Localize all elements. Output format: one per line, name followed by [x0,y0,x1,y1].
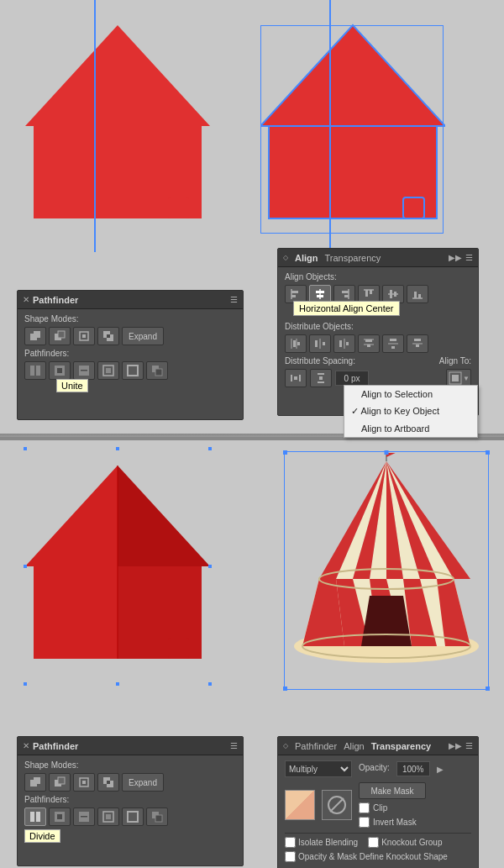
divide-btn-bottom[interactable] [24,808,46,826]
dist-vcenter-btn[interactable] [382,334,404,353]
panel-menu-align-icon[interactable]: ☰ [465,253,473,262]
crop-btn-bottom[interactable] [97,808,119,826]
dist-right-icon [339,338,350,350]
minus-back-btn-top[interactable] [146,361,168,380]
svg-rect-53 [346,342,349,345]
close-bottom-icon[interactable]: ✕ [23,741,29,750]
outline-btn-bottom[interactable] [122,808,144,826]
bottom-section: ✕ Pathfinder ☰ Shape Modes: Expa [0,437,504,868]
header-controls: ▶▶ ☰ [449,253,473,262]
shape-modes-label: Shape Modes: [24,314,236,324]
expand-panel-icon[interactable]: ▶▶ [449,253,462,262]
mask-row: Make Mask Clip Invert Mask [285,782,471,828]
outline-btn-top[interactable] [122,361,144,380]
spacing-px-input[interactable]: 0 px [335,371,369,386]
diamond-icon: ◇ [283,254,288,261]
minus-front-bottom-icon [54,776,66,788]
intersect-bottom-icon [78,776,90,788]
unite-btn-bottom[interactable] [24,773,46,792]
transparency-tab[interactable]: Transparency [325,253,381,263]
unite-button[interactable] [24,327,46,345]
svg-rect-114 [81,816,87,818]
align-to-key-object-item[interactable]: Align to Key Object [344,402,477,420]
space-horiz-btn[interactable] [285,369,307,387]
crop-btn-top[interactable] [97,361,119,380]
svg-rect-22 [106,368,111,373]
svg-marker-4 [260,25,445,126]
panel-menu-icon[interactable]: ☰ [230,295,238,304]
minus-front-button[interactable] [49,327,71,345]
knockout-group-checkbox[interactable] [368,837,379,848]
shape-modes-bottom-row: Expand [24,773,236,792]
clip-checkbox[interactable] [359,802,370,813]
svg-rect-42 [414,292,417,298]
corner-bm [116,682,119,686]
house-shape-left [25,17,210,235]
exclude-button[interactable] [97,327,119,345]
corner-tr [208,447,212,450]
minus-front-bottom-btn[interactable] [49,773,71,792]
pathfinder-bottom-header: ✕ Pathfinder ☰ [18,737,243,755]
exclude-bottom-btn[interactable] [97,773,119,792]
svg-line-121 [330,798,344,812]
crop-bottom-icon [102,811,114,823]
expand-transparency-icon[interactable]: ▶▶ [449,741,462,750]
svg-rect-2 [168,197,189,218]
make-mask-button[interactable]: Make Mask [359,782,426,799]
unite-bottom-icon [29,776,41,788]
align-to-selection-item[interactable]: Align to Selection [344,386,477,402]
align-tab[interactable]: Align [344,741,364,751]
merge-btn-bottom[interactable] [73,808,95,826]
dist-top-btn[interactable] [358,334,380,353]
isolate-knockout-row: Isolate Blending Knockout Group [285,837,471,848]
expand-button[interactable]: Expand [122,327,164,345]
svg-rect-103 [58,777,65,784]
align-to-artboard-item[interactable]: Align to Artboard [344,420,477,437]
intersect-button[interactable] [73,327,95,345]
divide-icon-top [29,365,41,376]
minus-back-btn-bottom[interactable] [146,808,168,826]
dist-hcenter-btn[interactable] [309,334,331,353]
svg-rect-76 [168,638,189,659]
dist-right-btn[interactable] [333,334,355,353]
opacity-input[interactable] [396,761,430,776]
panel-menu-transparency-icon[interactable]: ☰ [465,741,473,750]
corner-ml [24,565,27,568]
divide-btn-top[interactable] [24,361,46,380]
opacity-mask-checkbox[interactable] [285,851,296,862]
panel-menu-bottom-icon[interactable]: ☰ [230,741,238,750]
tent-corner-br [486,687,490,691]
expand-bottom-button[interactable]: Expand [122,773,164,792]
svg-rect-50 [323,342,325,345]
transparency-body: Multiply Normal Screen Overlay Opacity: … [278,755,478,867]
dist-bottom-btn[interactable] [407,334,428,353]
opacity-arrow[interactable]: ▶ [437,765,444,774]
dist-left-btn[interactable] [285,334,307,353]
align-to-section: Align To: [439,356,471,369]
svg-marker-74 [25,466,118,566]
close-icon[interactable]: ✕ [23,295,29,304]
isolate-blending-checkbox[interactable] [285,837,296,848]
distribute-objects-row [285,334,471,353]
pathfinders-row-top [24,361,236,380]
svg-rect-64 [291,375,292,381]
invert-mask-checkbox[interactable] [359,817,370,828]
svg-rect-40 [394,292,396,297]
pathfinder-tab[interactable]: Pathfinder [295,741,337,751]
align-title[interactable]: Align [295,253,318,263]
transparency-header: ◇ Pathfinder Align Transparency ▶▶ ☰ [278,737,478,755]
align-bottom-btn[interactable] [407,285,428,303]
trim-btn-top[interactable] [49,361,71,380]
space-vert-btn[interactable] [310,369,332,387]
intersect-bottom-btn[interactable] [73,773,95,792]
crop-icon [102,365,114,376]
align-panel-header: ◇ Align Transparency ▶▶ ☰ [278,249,478,267]
svg-rect-63 [416,345,419,347]
blend-mode-select[interactable]: Multiply Normal Screen Overlay [285,760,352,777]
merge-btn-top[interactable] [73,361,95,380]
align-to-icon [448,371,463,386]
svg-rect-55 [365,339,372,342]
opacity-mask-label: Opacity & Mask Define Knockout Shape [298,852,448,861]
svg-rect-43 [418,294,421,298]
trim-btn-bottom[interactable] [49,808,71,826]
